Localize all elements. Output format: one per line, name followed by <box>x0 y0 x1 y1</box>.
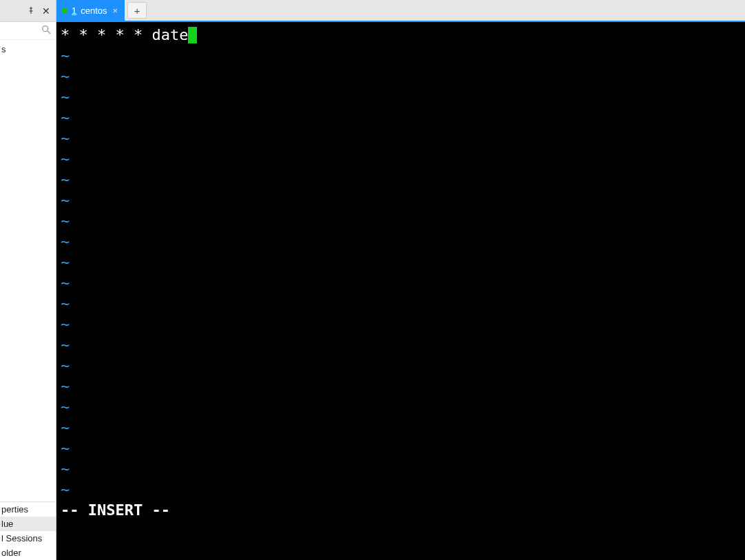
main-area: 1 centos × + * * * * * date~~~~~~~~~~~~~… <box>56 0 745 560</box>
sidebar-search[interactable] <box>0 22 56 40</box>
terminal-empty-line: ~ <box>61 376 741 397</box>
properties-item[interactable]: older <box>0 546 56 560</box>
terminal-empty-line: ~ <box>61 128 741 149</box>
terminal-empty-line: ~ <box>61 190 741 211</box>
terminal-empty-line: ~ <box>61 314 741 335</box>
terminal-cursor <box>188 27 197 43</box>
terminal-empty-line: ~ <box>61 231 741 252</box>
tab-number: 1 <box>72 6 76 16</box>
tab-bar: 1 centos × + <box>56 0 745 22</box>
terminal-empty-line: ~ <box>61 273 741 293</box>
connection-status-icon <box>62 8 67 13</box>
terminal-empty-line: ~ <box>61 335 741 355</box>
properties-item[interactable]: perties <box>0 502 56 517</box>
terminal-empty-line: ~ <box>61 107 741 128</box>
terminal-empty-line: ~ <box>61 293 741 314</box>
search-icon <box>41 24 52 38</box>
properties-item[interactable]: lue <box>0 517 56 531</box>
sidebar-toolbar: ✕ <box>0 0 56 22</box>
tab-close-icon[interactable]: × <box>112 6 120 16</box>
properties-item[interactable]: l Sessions <box>0 531 56 546</box>
svg-line-1 <box>48 31 50 34</box>
terminal-empty-line: ~ <box>61 459 741 479</box>
terminal-content-line: * * * * * date <box>61 25 741 45</box>
tab-title: centos <box>81 6 107 16</box>
terminal-empty-line: ~ <box>61 211 741 231</box>
sidebar-properties: pertiesluel Sessionsolder <box>0 501 56 560</box>
terminal-empty-line: ~ <box>61 169 741 190</box>
terminal[interactable]: * * * * * date~~~~~~~~~~~~~~~~~~~~~~-- I… <box>56 22 745 560</box>
terminal-empty-line: ~ <box>61 438 741 459</box>
terminal-empty-line: ~ <box>61 355 741 376</box>
sidebar-close-icon[interactable]: ✕ <box>42 6 50 17</box>
terminal-empty-line: ~ <box>61 149 741 169</box>
svg-point-0 <box>43 25 48 31</box>
terminal-empty-line: ~ <box>61 66 741 87</box>
terminal-empty-line: ~ <box>61 252 741 273</box>
terminal-empty-line: ~ <box>61 479 741 500</box>
terminal-status-line: -- INSERT -- <box>61 500 741 521</box>
sidebar: ✕ s pertiesluel Sessionsolder <box>0 0 56 560</box>
terminal-empty-line: ~ <box>61 397 741 417</box>
pin-icon[interactable] <box>27 6 35 17</box>
new-tab-button[interactable]: + <box>127 2 147 19</box>
terminal-empty-line: ~ <box>61 45 741 66</box>
terminal-empty-line: ~ <box>61 87 741 107</box>
sidebar-tree: s <box>0 40 56 501</box>
tab-centos[interactable]: 1 centos × <box>56 0 125 21</box>
terminal-empty-line: ~ <box>61 417 741 438</box>
tree-item[interactable]: s <box>0 43 56 56</box>
